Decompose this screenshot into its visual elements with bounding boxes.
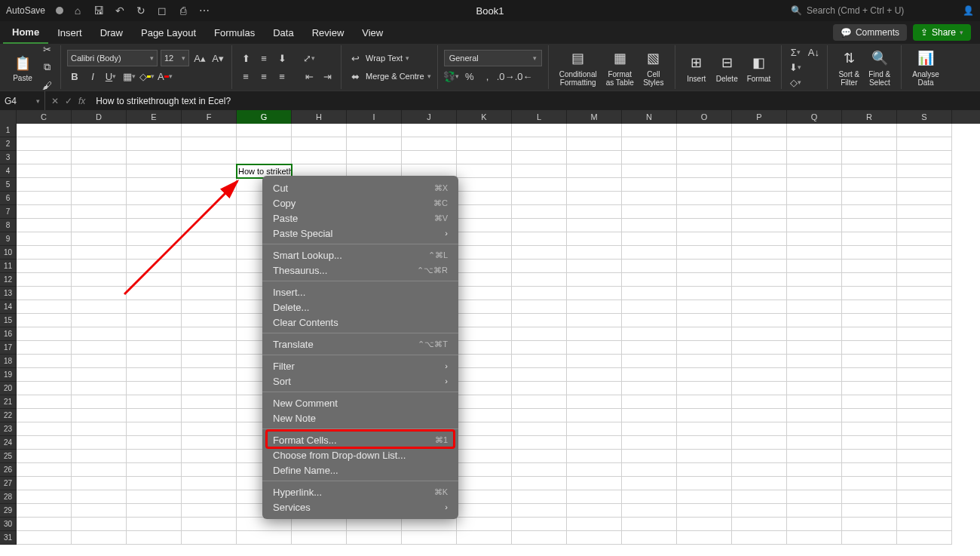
font-color-button[interactable]: A▾: [158, 69, 173, 84]
cell[interactable]: [622, 395, 677, 409]
cell[interactable]: [512, 341, 567, 355]
cell[interactable]: [512, 232, 567, 246]
cell[interactable]: [677, 219, 732, 232]
menu-item-thesaurus[interactable]: Thesaurus...⌃⌥⌘R: [262, 263, 458, 278]
cell[interactable]: [17, 300, 72, 314]
cell[interactable]: [897, 164, 952, 178]
cell[interactable]: [17, 260, 72, 273]
row-header[interactable]: 3: [0, 151, 17, 164]
cell[interactable]: [512, 463, 567, 477]
currency-icon[interactable]: 💱▾: [444, 69, 459, 84]
cell[interactable]: [127, 192, 182, 205]
cell[interactable]: [677, 273, 732, 287]
cell[interactable]: [72, 260, 127, 273]
cell[interactable]: [72, 327, 127, 341]
cell[interactable]: [677, 382, 732, 395]
cell[interactable]: [677, 395, 732, 409]
decrease-indent-icon[interactable]: ⇤: [302, 69, 317, 84]
menu-item-translate[interactable]: Translate⌃⌥⌘T: [262, 336, 458, 352]
cell[interactable]: [567, 518, 622, 531]
analyse-data-button[interactable]: 📊Analyse Data: [908, 45, 944, 89]
row-header[interactable]: 4: [0, 164, 17, 178]
cell[interactable]: [622, 260, 677, 273]
cell[interactable]: [457, 368, 512, 382]
row-header[interactable]: 31: [0, 531, 17, 545]
cell[interactable]: [787, 287, 842, 300]
cell[interactable]: [127, 260, 182, 273]
cell[interactable]: [182, 436, 237, 450]
cell[interactable]: [732, 287, 787, 300]
cell[interactable]: [897, 287, 952, 300]
cell[interactable]: [292, 151, 347, 164]
cell[interactable]: [677, 164, 732, 178]
cell[interactable]: [787, 341, 842, 355]
cell[interactable]: [787, 327, 842, 341]
cell[interactable]: [457, 409, 512, 422]
cell[interactable]: [182, 409, 237, 422]
cell[interactable]: [732, 151, 787, 164]
cell[interactable]: [787, 246, 842, 260]
cell[interactable]: [72, 490, 127, 504]
merge-centre-button[interactable]: ⬌ Merge & Centre▾: [348, 67, 431, 85]
row-header[interactable]: 29: [0, 504, 17, 518]
cell[interactable]: [457, 273, 512, 287]
cell[interactable]: [72, 300, 127, 314]
cell[interactable]: [567, 151, 622, 164]
cell[interactable]: [512, 395, 567, 409]
row-header[interactable]: 25: [0, 450, 17, 463]
cell[interactable]: [512, 490, 567, 504]
cell[interactable]: [127, 300, 182, 314]
cell[interactable]: [17, 124, 72, 137]
cell[interactable]: [72, 192, 127, 205]
column-header-P[interactable]: P: [732, 110, 787, 124]
cell[interactable]: [127, 518, 182, 531]
fill-color-button[interactable]: ◇▾: [139, 69, 155, 84]
cell[interactable]: [677, 232, 732, 246]
cell[interactable]: [512, 382, 567, 395]
font-size-select[interactable]: 12▾: [161, 50, 189, 66]
row-header[interactable]: 6: [0, 192, 17, 205]
cell[interactable]: [732, 490, 787, 504]
cell[interactable]: [622, 422, 677, 436]
cell[interactable]: [567, 477, 622, 490]
cell[interactable]: [127, 409, 182, 422]
cell[interactable]: [622, 205, 677, 219]
cell[interactable]: [182, 450, 237, 463]
cell[interactable]: [182, 327, 237, 341]
menu-item-hyperlink[interactable]: Hyperlink...⌘K: [262, 484, 458, 499]
row-header[interactable]: 8: [0, 219, 17, 232]
cell[interactable]: [127, 232, 182, 246]
row-header[interactable]: 14: [0, 300, 17, 314]
cell[interactable]: [457, 192, 512, 205]
cell[interactable]: [17, 178, 72, 192]
menu-item-define-name[interactable]: Define Name...: [262, 462, 458, 478]
cell[interactable]: [567, 436, 622, 450]
conditional-formatting-button[interactable]: ▤Conditional Formatting: [555, 45, 602, 89]
cell[interactable]: [677, 490, 732, 504]
column-header-D[interactable]: D: [72, 110, 127, 124]
cell[interactable]: [732, 382, 787, 395]
cell[interactable]: [897, 273, 952, 287]
clear-icon[interactable]: ◇▾: [788, 75, 803, 90]
cell[interactable]: [17, 422, 72, 436]
cut-icon[interactable]: ✂: [39, 41, 54, 57]
cell[interactable]: [842, 409, 897, 422]
cell[interactable]: [567, 232, 622, 246]
cell[interactable]: [17, 192, 72, 205]
menu-item-clear-contents[interactable]: Clear Contents: [262, 315, 458, 330]
cell[interactable]: [567, 463, 622, 477]
cell[interactable]: [677, 246, 732, 260]
cell[interactable]: [732, 450, 787, 463]
cell[interactable]: [567, 137, 622, 151]
cell[interactable]: [622, 164, 677, 178]
cell[interactable]: [402, 124, 457, 137]
cell[interactable]: [17, 368, 72, 382]
menu-item-paste-special[interactable]: Paste Special›: [262, 226, 458, 241]
cell[interactable]: [182, 463, 237, 477]
cell[interactable]: [182, 314, 237, 327]
cell[interactable]: [732, 124, 787, 137]
cell[interactable]: [182, 287, 237, 300]
cell[interactable]: [72, 422, 127, 436]
cell[interactable]: [512, 260, 567, 273]
cell[interactable]: [512, 137, 567, 151]
